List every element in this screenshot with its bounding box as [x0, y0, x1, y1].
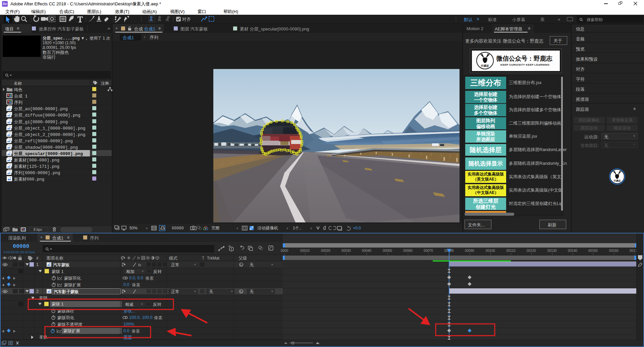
svg-text:00080: 00080 — [172, 226, 184, 231]
svg-text:父级: 父级 — [238, 256, 247, 261]
svg-text:行鹿志: 行鹿志 — [613, 179, 621, 182]
svg-text:行鹿志: 行鹿志 — [481, 64, 489, 67]
svg-text:˅: ˅ — [310, 227, 312, 230]
svg-text:˅: ˅ — [286, 227, 288, 230]
svg-text:活动摄像机: 活动摄像机 — [257, 226, 278, 230]
svg-text:完整: 完整 — [211, 226, 220, 230]
svg-text:TrkMat: TrkMat — [207, 256, 220, 261]
svg-text:对齐: 对齐 — [182, 17, 191, 22]
svg-text:+0.0: +0.0 — [353, 226, 361, 230]
svg-text:1个..: 1个.. — [293, 226, 301, 230]
svg-text:#: # — [36, 256, 39, 261]
svg-text:fx: fx — [137, 256, 140, 260]
svg-text:50%: 50% — [129, 226, 138, 230]
svg-text:8 bpc: 8 bpc — [34, 227, 42, 231]
svg-text:图层名称: 图层名称 — [47, 256, 64, 261]
svg-text:fx: fx — [138, 263, 141, 267]
svg-text:˅: ˅ — [146, 227, 148, 230]
svg-text:模式: 模式 — [169, 256, 178, 261]
svg-text:T: T — [202, 256, 205, 261]
svg-text:˅: ˅ — [236, 227, 238, 230]
